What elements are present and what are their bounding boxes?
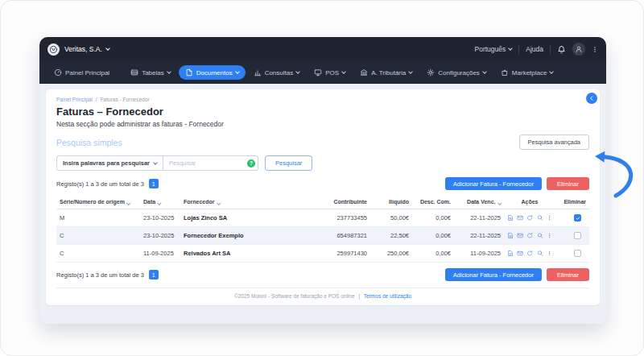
cell-fornecedor: Relvados Art SA (180, 245, 306, 263)
cell-eliminar (555, 227, 589, 245)
language-selector[interactable]: Português (475, 45, 513, 53)
kebab-icon[interactable] (547, 214, 552, 221)
nav-item-tabelas[interactable]: Tabelas (124, 65, 177, 80)
terms-link[interactable]: Termos de utilização (364, 293, 411, 299)
column-header-contribuinte[interactable]: Contribuinte (306, 195, 370, 209)
column-header-a-es[interactable]: Ações (504, 195, 555, 209)
mail-icon[interactable] (517, 232, 523, 239)
nav-item-label: Tabelas (142, 69, 164, 77)
table-row[interactable]: C 11-09-2025 Relvados Art SA 259971430 2… (56, 245, 589, 263)
delete-checkbox[interactable] (574, 232, 581, 239)
cell-acoes (504, 245, 555, 263)
kebab-icon[interactable] (547, 250, 552, 257)
nav-item-label: Consultas (265, 69, 294, 77)
help-badge[interactable]: ? (247, 159, 255, 168)
search-field-selector[interactable]: Insira palavras para pesquisar (56, 155, 163, 171)
breadcrumb-current: Faturas - Fornecedor (101, 97, 150, 102)
kebab-icon[interactable] (592, 45, 598, 54)
help-link[interactable]: Ajuda (526, 45, 543, 53)
kebab-icon[interactable] (547, 232, 552, 239)
cell-desc-com: 0,00€ (412, 245, 454, 263)
sort-chevron-icon (217, 201, 221, 205)
refresh-icon[interactable] (526, 214, 533, 221)
tax-icon (360, 68, 368, 77)
company-logo-icon (47, 43, 60, 56)
column-header-fornecedor[interactable]: Fornecedor (180, 195, 306, 209)
chevron-down-icon (341, 69, 346, 74)
breadcrumb-separator: / (96, 97, 97, 102)
chevron-down-icon (508, 46, 513, 51)
cell-data-venc: 11-09-2025 (454, 245, 504, 263)
screenshot-frame: Veritas, S.A. Português Ajuda Painel Pri (0, 0, 644, 356)
search-field-selector-label: Insira palavras para pesquisar (63, 159, 150, 167)
search-group: Insira palavras para pesquisar ? (56, 155, 258, 171)
records-actions: Adicionar Fatura - Fornecedor Eliminar (445, 268, 589, 281)
pdf-icon[interactable] (507, 232, 514, 239)
cell-data-venc: 22-11-2025 (454, 209, 504, 227)
add-invoice-button-bottom[interactable]: Adicionar Fatura - Fornecedor (445, 268, 542, 281)
delete-button-bottom[interactable]: Eliminar (547, 268, 589, 281)
pdf-icon[interactable] (507, 250, 514, 257)
column-header-eliminar[interactable]: Eliminar (555, 195, 589, 209)
table-body: M 23-10-2025 Lojas Zinco SA 237733455 50… (56, 209, 589, 263)
column-header-data-venc[interactable]: Data Venc. (454, 195, 504, 209)
nav-item-painel-principal[interactable]: Painel Principal (47, 65, 122, 80)
company-selector[interactable]: Veritas, S.A. (64, 45, 109, 53)
nav-item-label: Documentos (196, 69, 233, 77)
collapse-panel-button[interactable] (586, 93, 597, 104)
bell-icon[interactable] (557, 45, 566, 54)
search-icon[interactable] (537, 214, 543, 221)
nav-item-marketplace[interactable]: Marketplace (494, 65, 560, 80)
marketplace-icon (501, 68, 509, 77)
search-icon[interactable] (537, 232, 543, 239)
divider (550, 45, 551, 54)
tables-icon (130, 68, 138, 77)
nav-item-pos[interactable]: POS (308, 65, 352, 80)
pdf-icon[interactable] (507, 214, 514, 221)
chevron-down-icon (105, 46, 110, 51)
language-label: Português (475, 45, 506, 53)
records-left: Registo(s) 1 a 3 de um total de 3 1 (56, 270, 159, 279)
search-button[interactable]: Pesquisar (265, 155, 312, 171)
add-invoice-button-top[interactable]: Adicionar Fatura - Fornecedor (445, 177, 542, 190)
column-header-desc-com[interactable]: Desc. Com. (412, 195, 454, 209)
search-icon[interactable] (537, 250, 543, 257)
page-number-badge[interactable]: 1 (149, 179, 159, 188)
avatar[interactable] (572, 43, 585, 56)
chevron-down-icon (482, 69, 487, 74)
column-header-data[interactable]: Data (140, 195, 180, 209)
nav-item-documentos[interactable]: Documentos (179, 65, 246, 80)
sort-chevron-icon (126, 201, 130, 205)
table-row[interactable]: C 23-10-2025 Fornecedor Exemplo 65498732… (56, 227, 589, 245)
footer-separator: | (358, 293, 360, 299)
mail-icon[interactable] (517, 214, 523, 221)
nav-item-a-tribut-ria[interactable]: A. Tributária (353, 65, 419, 80)
delete-checkbox[interactable] (574, 250, 581, 257)
column-header-il-quido[interactable]: Ilíquido (370, 195, 412, 209)
refresh-icon[interactable] (526, 232, 533, 239)
delete-checkbox-checked[interactable] (574, 214, 581, 221)
records-row-top: Registo(s) 1 a 3 de um total de 3 1 Adic… (56, 177, 589, 190)
column-header-s-rie-n-mero-de-origem[interactable]: Série/Número de origem (56, 195, 140, 209)
top-bar: Veritas, S.A. Português Ajuda (39, 37, 606, 61)
delete-button-top[interactable]: Eliminar (547, 177, 589, 190)
search-input[interactable] (163, 155, 258, 171)
cell-contribuinte: 259971430 (306, 245, 370, 263)
nav-item-configura-es[interactable]: Configurações (420, 65, 493, 80)
breadcrumb-home[interactable]: Painel Principal (56, 97, 93, 102)
cell-eliminar (555, 209, 589, 227)
footer-text: ©2025 Moloni - Software de faturação e P… (234, 293, 355, 299)
mail-icon[interactable] (517, 250, 523, 257)
cell-acoes (504, 227, 555, 245)
app-window: Veritas, S.A. Português Ajuda Painel Pri (39, 37, 606, 324)
search-header: Pesquisa simples Pesquisa avançada (56, 135, 589, 150)
documents-icon (185, 68, 193, 77)
advanced-search-button[interactable]: Pesquisa avançada (519, 135, 589, 150)
page-number-badge[interactable]: 1 (149, 270, 159, 279)
refresh-icon[interactable] (526, 250, 533, 257)
table-row[interactable]: M 23-10-2025 Lojas Zinco SA 237733455 50… (56, 209, 589, 227)
settings-icon (427, 68, 435, 77)
simple-search-title: Pesquisa simples (56, 138, 122, 147)
nav-item-consultas[interactable]: Consultas (247, 65, 307, 80)
cell-serie: M (56, 209, 140, 227)
